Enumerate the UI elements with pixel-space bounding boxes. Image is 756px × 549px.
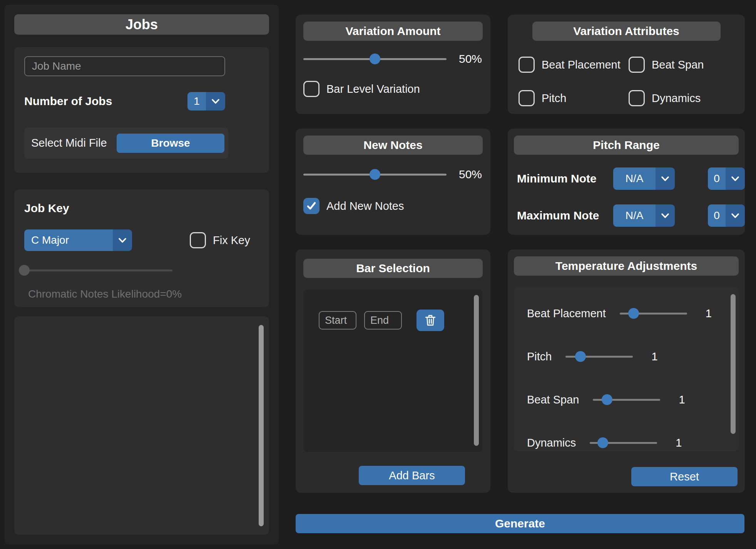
reset-button[interactable]: Reset (631, 467, 738, 486)
add-bars-button[interactable]: Add Bars (359, 466, 465, 485)
fix-key-checkbox[interactable] (190, 232, 206, 248)
temperature-adjustments-panel: Temperature Adjustments Beat Placement 1… (508, 249, 745, 493)
variation-attributes-title: Variation Attributes (573, 25, 679, 38)
dynamics-checkbox[interactable] (629, 90, 645, 106)
pitch-slider[interactable] (565, 351, 633, 362)
beat-span-slider-value: 1 (679, 393, 685, 406)
delete-bar-button[interactable] (416, 310, 444, 331)
job-key-dropdown[interactable]: C Major (24, 229, 132, 251)
minimum-octave-dropdown[interactable]: 0 (708, 167, 745, 190)
job-list-area (14, 316, 269, 535)
beat-placement-slider-value: 1 (706, 307, 712, 320)
app-window: Jobs Number of Jobs 1 Select Midi File B… (0, 0, 756, 549)
slider-thumb[interactable] (597, 437, 608, 448)
trash-icon (424, 314, 437, 327)
variation-attributes-grid: Beat Placement Beat Span Pitch (515, 57, 737, 106)
pitch-checkbox[interactable] (518, 90, 535, 106)
browse-button[interactable]: Browse (117, 134, 224, 153)
variation-amount-panel: Variation Amount 50% Bar Level Variation (296, 15, 490, 114)
attribute-group: Dynamics (629, 90, 737, 106)
attribute-group: Beat Span (629, 57, 737, 73)
dynamics-label: Dynamics (652, 92, 701, 105)
add-new-notes-checkbox[interactable] (303, 198, 319, 214)
chevron-down-icon (656, 167, 675, 190)
number-of-jobs-value: 1 (187, 92, 206, 110)
pitch-slider-value: 1 (651, 350, 657, 363)
variation-amount-slider[interactable] (303, 54, 447, 64)
job-list-scrollbar[interactable] (259, 325, 264, 526)
bar-list-area (303, 290, 483, 452)
temperature-header: Temperature Adjustments (514, 256, 739, 276)
job-key-row: C Major Fix Key (24, 229, 259, 251)
bar-level-variation-label: Bar Level Variation (326, 83, 420, 95)
beat-placement-label: Beat Placement (542, 59, 621, 71)
bar-level-variation-checkbox[interactable] (303, 81, 319, 97)
variation-attributes-panel: Variation Attributes Beat Placement Beat… (508, 15, 745, 114)
temperature-title: Temperature Adjustments (555, 259, 697, 273)
temperature-scrollbar[interactable] (731, 294, 736, 434)
maximum-octave-value: 0 (708, 204, 726, 227)
fix-key-label: Fix Key (213, 234, 250, 247)
slider-track (24, 269, 172, 271)
dynamics-slider-row: Dynamics 1 (527, 433, 739, 451)
jobs-title: Jobs (125, 17, 158, 33)
beat-placement-checkbox[interactable] (518, 57, 535, 73)
chromatic-likelihood-slider[interactable] (24, 265, 172, 276)
variation-attributes-header: Variation Attributes (532, 22, 721, 41)
dynamics-slider[interactable] (590, 437, 657, 448)
variation-amount-title: Variation Amount (345, 25, 440, 38)
maximum-octave-dropdown[interactable]: 0 (708, 204, 745, 227)
job-key-value: C Major (24, 229, 113, 251)
new-notes-header: New Notes (303, 136, 483, 155)
number-of-jobs-dropdown[interactable]: 1 (187, 92, 225, 110)
new-notes-slider[interactable] (303, 169, 447, 180)
jobs-panel: Jobs Number of Jobs 1 Select Midi File B… (5, 5, 279, 544)
minimum-note-value: N/A (613, 167, 656, 190)
bar-start-input[interactable] (319, 311, 356, 330)
check-icon (306, 201, 316, 211)
job-key-title: Job Key (24, 202, 259, 215)
pitch-label: Pitch (542, 92, 566, 105)
slider-thumb[interactable] (575, 351, 586, 362)
slider-thumb[interactable] (370, 169, 380, 180)
middle-column: Variation Amount 50% Bar Level Variation… (296, 15, 490, 493)
number-of-jobs-label: Number of Jobs (24, 95, 112, 108)
fix-key-group: Fix Key (190, 232, 250, 248)
slider-thumb[interactable] (628, 308, 639, 319)
pitch-range-header: Pitch Range (514, 136, 739, 155)
maximum-note-row: Maximum Note N/A 0 (508, 204, 745, 227)
bar-level-variation-group: Bar Level Variation (303, 81, 483, 97)
bar-list-scrollbar[interactable] (474, 295, 479, 446)
generate-button[interactable]: Generate (296, 514, 744, 533)
dynamics-slider-label: Dynamics (527, 437, 576, 449)
slider-thumb[interactable] (370, 54, 380, 64)
job-setup-card: Number of Jobs 1 Select Midi File Browse (14, 47, 269, 173)
new-notes-title: New Notes (363, 139, 422, 152)
chevron-down-icon (656, 204, 675, 227)
minimum-note-dropdown[interactable]: N/A (613, 167, 675, 190)
number-of-jobs-row: Number of Jobs 1 (24, 92, 225, 110)
right-column: Variation Attributes Beat Placement Beat… (508, 15, 745, 493)
variation-amount-percent: 50% (459, 52, 483, 65)
pitch-range-title: Pitch Range (593, 139, 659, 152)
attribute-group: Beat Placement (518, 57, 629, 73)
slider-thumb[interactable] (19, 265, 30, 276)
job-name-input[interactable] (24, 56, 225, 76)
beat-span-slider-label: Beat Span (527, 393, 579, 406)
bar-end-input[interactable] (364, 311, 402, 330)
midi-file-row: Select Midi File Browse (24, 127, 228, 159)
beat-span-slider[interactable] (593, 394, 660, 405)
attribute-group: Pitch (518, 90, 629, 106)
chromatic-likelihood-label: Chromatic Notes Likelihood=0% (24, 288, 259, 300)
jobs-header: Jobs (14, 14, 269, 35)
beat-span-checkbox[interactable] (629, 57, 645, 73)
maximum-note-dropdown[interactable]: N/A (613, 204, 675, 227)
chevron-down-icon (206, 92, 225, 110)
beat-placement-slider-row: Beat Placement 1 (527, 303, 739, 323)
slider-thumb[interactable] (602, 394, 612, 405)
beat-placement-slider[interactable] (620, 308, 687, 319)
maximum-note-label: Maximum Note (517, 209, 613, 222)
new-notes-percent: 50% (459, 168, 483, 181)
bar-selection-header: Bar Selection (303, 259, 483, 278)
temperature-slider-list: Beat Placement 1 Pitch 1 Bea (514, 287, 739, 451)
